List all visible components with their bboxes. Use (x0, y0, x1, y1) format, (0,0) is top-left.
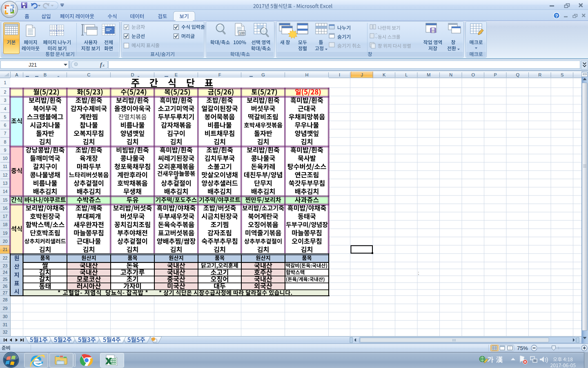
svg-text:I: I (339, 72, 340, 77)
svg-text:H: H (305, 72, 309, 77)
svg-text:O: O (471, 72, 475, 77)
svg-text:31: 31 (3, 322, 8, 327)
svg-text:P: P (494, 72, 497, 77)
svg-text:Q: Q (516, 72, 519, 77)
svg-text:32: 32 (3, 330, 8, 334)
svg-text:R: R (538, 72, 541, 77)
svg-text:F: F (218, 72, 221, 77)
svg-text:4: 4 (4, 106, 7, 111)
svg-text:21: 21 (3, 247, 8, 252)
svg-text:G: G (261, 72, 265, 77)
svg-text:29: 29 (3, 306, 8, 311)
svg-text:;: ; (418, 271, 419, 275)
svg-text:100: 100 (239, 31, 245, 35)
svg-text:M: M (427, 72, 430, 77)
svg-text:28: 28 (3, 297, 8, 302)
svg-text:A: A (15, 72, 18, 77)
svg-text:17: 17 (3, 214, 8, 219)
svg-text:11: 11 (3, 164, 7, 169)
svg-text:2: 2 (4, 90, 7, 94)
svg-text:S: S (561, 72, 564, 77)
svg-text:8: 8 (4, 139, 7, 144)
svg-text:J21: J21 (29, 62, 37, 68)
svg-text:26: 26 (3, 284, 8, 289)
svg-text:?: ? (555, 13, 558, 18)
svg-text:13: 13 (3, 181, 8, 186)
svg-text:N: N (449, 72, 452, 77)
svg-text:K: K (383, 72, 386, 77)
svg-text:15: 15 (3, 197, 8, 202)
svg-text:16: 16 (3, 206, 8, 211)
svg-text:1: 1 (4, 80, 7, 85)
svg-text:J: J (361, 72, 363, 77)
svg-text:9: 9 (4, 148, 7, 153)
svg-text:27: 27 (3, 290, 8, 295)
svg-text:E: E (175, 72, 178, 77)
svg-text:23: 23 (3, 263, 8, 268)
svg-text:75%: 75% (517, 345, 528, 351)
svg-text:20: 20 (3, 239, 8, 244)
svg-text:25: 25 (3, 277, 8, 282)
svg-text:D: D (131, 72, 134, 77)
svg-text:19: 19 (3, 231, 8, 236)
svg-text:24: 24 (3, 270, 8, 275)
svg-text:10: 10 (3, 156, 8, 161)
svg-text:C: C (87, 72, 91, 77)
svg-text:12: 12 (3, 173, 8, 177)
svg-text:B: B (44, 72, 47, 77)
svg-text:30: 30 (3, 314, 8, 319)
svg-text:6: 6 (4, 123, 7, 128)
svg-text:14: 14 (3, 189, 8, 194)
svg-text:L: L (405, 72, 408, 77)
svg-text:22: 22 (3, 256, 8, 260)
svg-text:x: x (102, 63, 105, 67)
svg-text:18: 18 (3, 222, 8, 227)
svg-text:3: 3 (4, 98, 7, 103)
svg-text:5: 5 (4, 114, 7, 119)
svg-text:7: 7 (4, 131, 7, 136)
